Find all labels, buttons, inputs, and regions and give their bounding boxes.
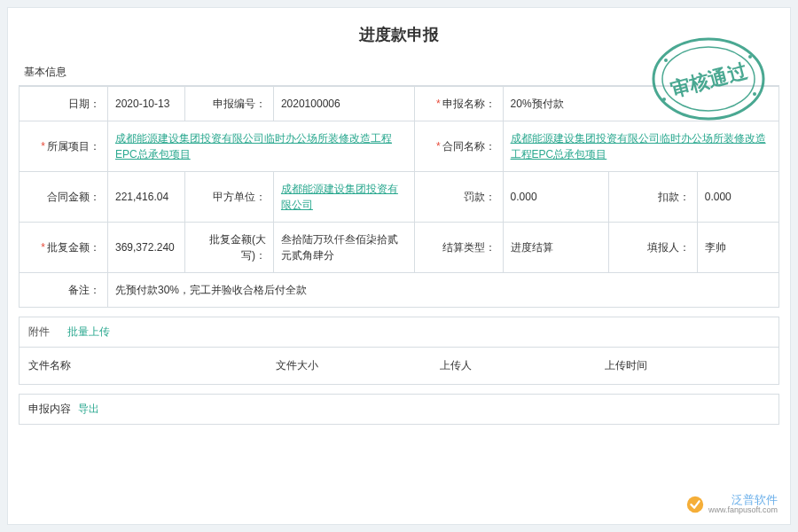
col-upload-time: 上传时间: [605, 358, 770, 373]
basic-info-table: 日期： 2020-10-13 申报编号： 2020100006 *申报名称： 2…: [19, 86, 779, 308]
tab-attachment[interactable]: 附件: [20, 317, 59, 347]
label-penalty: 罚款：: [414, 172, 503, 223]
report-content-section: 申报内容 导出: [19, 394, 779, 425]
attachment-header-row: 文件名称 文件大小 上传人 上传时间: [20, 348, 778, 384]
watermark-logo-icon: [685, 495, 705, 514]
label-date: 日期：: [20, 87, 108, 121]
watermark-name: 泛普软件: [732, 494, 778, 506]
label-filler: 填报人：: [608, 223, 697, 273]
project-link[interactable]: 成都能源建设集团投资有限公司临时办公场所装修改造工程EPC总承包项目: [115, 132, 392, 160]
contract-link[interactable]: 成都能源建设集团投资有限公司临时办公场所装修改造工程EPC总承包项目: [511, 132, 766, 160]
value-date: 2020-10-13: [108, 87, 185, 121]
value-approved-amount: 369,372.240: [108, 223, 185, 273]
value-remark: 先预付款30%，完工并验收合格后付全款: [108, 273, 779, 308]
col-uploader: 上传人: [440, 358, 605, 373]
svg-point-6: [687, 497, 703, 512]
label-party-a: 甲方单位：: [184, 172, 273, 223]
page-title: 进度款申报: [8, 8, 790, 58]
label-approved-amount: *批复金额：: [20, 223, 108, 273]
party-a-link[interactable]: 成都能源建设集团投资有限公司: [281, 183, 398, 211]
col-file-size: 文件大小: [276, 358, 441, 373]
attachment-section: 附件 批量上传 文件名称 文件大小 上传人 上传时间: [19, 317, 779, 385]
value-contract-name: 成都能源建设集团投资有限公司临时办公场所装修改造工程EPC总承包项目: [503, 121, 778, 172]
value-approved-amount-cn: 叁拾陆万玖仟叁佰柒拾贰元贰角肆分: [273, 223, 414, 273]
value-project: 成都能源建设集团投资有限公司临时办公场所装修改造工程EPC总承包项目: [108, 121, 415, 172]
label-contract-amount: 合同金额：: [20, 172, 108, 223]
value-settle-type: 进度结算: [503, 223, 608, 273]
watermark-url: www.fanpusoft.com: [708, 506, 778, 515]
label-project: *所属项目：: [20, 121, 108, 172]
basic-info-section: 基本信息 日期： 2020-10-13 申报编号： 2020100006 *申报…: [19, 58, 779, 308]
label-approved-amount-cn: 批复金额(大写)：: [184, 223, 273, 273]
label-report-no: 申报编号：: [184, 87, 273, 121]
value-party-a: 成都能源建设集团投资有限公司: [273, 172, 414, 223]
value-contract-amount: 221,416.04: [108, 172, 185, 223]
value-filler: 李帅: [697, 223, 778, 273]
value-deduction: 0.000: [697, 172, 778, 223]
export-button[interactable]: 导出: [78, 402, 99, 417]
label-report-name: *申报名称：: [414, 87, 503, 121]
value-penalty: 0.000: [503, 172, 608, 223]
tab-report-content[interactable]: 申报内容: [28, 402, 71, 417]
label-remark: 备注：: [20, 273, 108, 308]
basic-info-header: 基本信息: [19, 58, 779, 86]
col-file-name: 文件名称: [28, 358, 276, 373]
label-deduction: 扣款：: [608, 172, 697, 223]
batch-upload-button[interactable]: 批量上传: [59, 317, 119, 347]
label-settle-type: 结算类型：: [414, 223, 503, 273]
value-report-name: 20%预付款: [503, 87, 778, 121]
label-contract-name: *合同名称：: [414, 121, 503, 172]
value-report-no: 2020100006: [273, 87, 414, 121]
watermark: 泛普软件 www.fanpusoft.com: [685, 494, 778, 515]
